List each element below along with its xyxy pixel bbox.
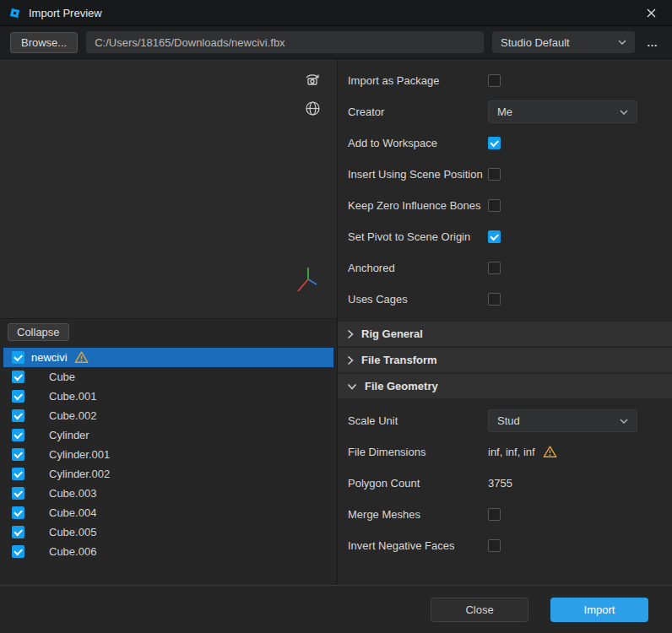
tree-row[interactable]: Cube.005 [3,522,333,542]
more-options-button[interactable]: … [643,36,662,49]
add-to-workspace-checkbox[interactable] [488,137,501,149]
settings-pane: Import as Package Creator Me Add to Work… [338,59,672,585]
footer: Close Import [0,585,672,633]
anchored-checkbox[interactable] [488,262,501,274]
section-header-label: File Transform [361,354,437,366]
tree-item-checkbox[interactable] [12,545,24,558]
import-preview-window: Import Preview Browse... C:/Users/18165/… [0,0,672,633]
tree-row[interactable]: Cube.003 [3,484,333,503]
setting-row-scale-unit: Scale Unit Stud [338,405,672,436]
setting-row-uses-cages: Uses Cages [338,284,672,315]
set-pivot-to-scene-origin-checkbox[interactable] [488,230,501,243]
chevron-down-icon [618,40,626,45]
section-header-rig-general[interactable]: Rig General [338,322,672,346]
section-header-label: File Geometry [365,380,438,392]
setting-label: Set Pivot to Scene Origin [348,230,488,243]
preview-viewport[interactable] [0,59,337,319]
rotate-camera-icon [303,71,322,88]
left-pane: Collapse newcivi Cube [0,59,338,585]
tree-item-label: Cylinder [49,429,89,441]
setting-label: Creator [348,106,488,118]
toolbar: Browse... C:/Users/18165/Downloads/newci… [0,26,672,59]
globe-button[interactable] [302,99,322,117]
chevron-down-icon [620,110,628,115]
setting-label: Merge Meshes [348,508,488,521]
tree-item-label: Cube [49,371,75,383]
chevron-down-icon [620,419,628,424]
setting-label: Keep Zero Influence Bones [348,199,488,212]
tree-item-checkbox[interactable] [12,351,24,364]
tree-item-label: Cylinder.002 [49,468,110,480]
close-window-button[interactable] [638,0,664,25]
object-tree: newcivi Cube Cube.001 [0,345,337,585]
setting-row-creator: Creator Me [338,96,672,127]
collapse-button[interactable]: Collapse [8,323,69,341]
file-dimensions-value: inf, inf, inf [488,446,535,458]
tree-row[interactable]: Cube.004 [3,503,333,522]
titlebar: Import Preview [0,0,672,26]
creator-dropdown[interactable]: Me [488,100,637,123]
setting-label: File Dimensions [348,446,488,458]
close-button[interactable]: Close [431,598,528,622]
insert-using-scene-position-checkbox[interactable] [488,168,501,181]
scale-unit-dropdown[interactable]: Stud [488,409,637,432]
import-as-package-checkbox[interactable] [488,74,501,87]
close-icon [647,8,656,18]
tree-row[interactable]: newcivi [3,348,333,367]
tree-item-checkbox[interactable] [12,409,24,422]
content-area: Collapse newcivi Cube [0,59,672,585]
chevron-right-icon [347,329,354,339]
tree-row[interactable]: Cylinder.002 [3,464,333,484]
tree-item-checkbox[interactable] [12,371,24,383]
browse-button[interactable]: Browse... [10,32,78,53]
tree-item-label: Cube.004 [49,506,96,519]
tree-item-label: Cube.001 [49,390,96,403]
tree-item-label: Cube.005 [49,526,96,538]
chevron-right-icon [347,355,354,365]
tree-item-checkbox[interactable] [12,526,24,538]
invert-negative-faces-checkbox[interactable] [488,539,501,552]
preset-dropdown-value: Studio Default [501,36,570,49]
tree-item-checkbox[interactable] [12,390,24,403]
tree-row[interactable]: Cube.006 [3,542,333,561]
setting-label: Uses Cages [348,293,488,306]
section-header-file-transform[interactable]: File Transform [338,348,672,372]
setting-label: Polygon Count [348,477,488,490]
polygon-count-value: 3755 [488,477,512,490]
warning-icon [74,351,89,364]
uses-cages-checkbox[interactable] [488,293,501,306]
setting-row-file-dimensions: File Dimensions inf, inf, inf [338,436,672,468]
file-path-input[interactable]: C:/Users/18165/Downloads/newcivi.fbx [86,31,484,53]
import-button[interactable]: Import [550,598,648,622]
setting-label: Anchored [348,262,488,274]
tree-row[interactable]: Cylinder [3,425,333,445]
merge-meshes-checkbox[interactable] [488,508,501,521]
tree-item-checkbox[interactable] [12,506,24,519]
setting-row-add-to-workspace: Add to Workspace [338,127,672,159]
tree-item-label: Cube.006 [49,545,96,558]
section-header-file-geometry[interactable]: File Geometry [338,374,672,398]
window-title: Import Preview [29,7,102,19]
preset-dropdown[interactable]: Studio Default [492,31,635,53]
tree-item-label: Cylinder.001 [49,448,110,461]
rotate-camera-button[interactable] [302,70,322,89]
setting-row-polygon-count: Polygon Count 3755 [338,468,672,499]
tree-item-checkbox[interactable] [12,429,24,441]
viewport-tools [302,70,322,117]
tree-item-checkbox[interactable] [12,448,24,461]
scale-unit-dropdown-value: Stud [497,414,520,427]
tree-item-checkbox[interactable] [12,468,24,480]
setting-label: Scale Unit [348,414,488,427]
keep-zero-influence-bones-checkbox[interactable] [488,199,501,212]
tree-item-checkbox[interactable] [12,487,24,500]
tree-row[interactable]: Cylinder.001 [3,445,333,464]
creator-dropdown-value: Me [497,106,512,118]
tree-row[interactable]: Cube [3,367,333,387]
chevron-down-icon [347,383,357,390]
tree-row[interactable]: Cube.001 [3,387,333,406]
setting-row-merge-meshes: Merge Meshes [338,499,672,530]
setting-row-set-pivot-to-scene-origin: Set Pivot to Scene Origin [338,221,672,252]
collapse-bar: Collapse [0,319,337,345]
tree-item-label: newcivi [31,351,68,364]
tree-row[interactable]: Cube.002 [3,406,333,425]
